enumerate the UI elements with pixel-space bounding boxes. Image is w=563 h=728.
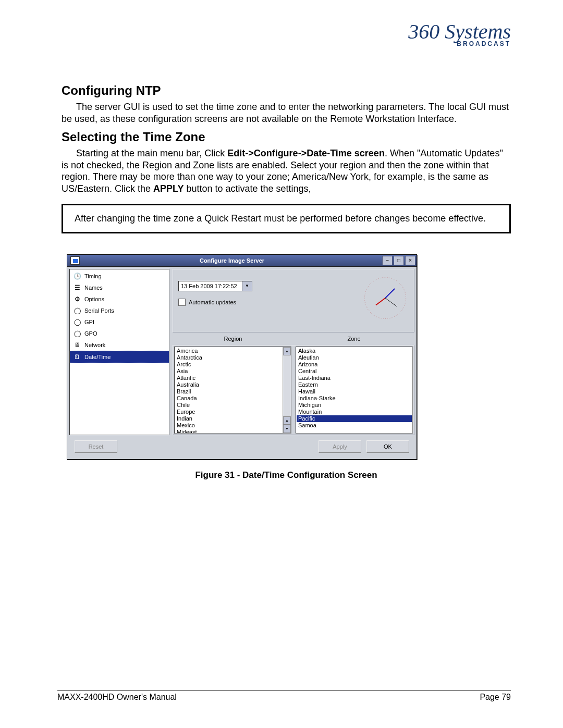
sidebar-item-serial-ports[interactable]: ◯Serial Ports xyxy=(70,305,169,316)
sidebar-item-gpo[interactable]: ◯GPO xyxy=(70,328,169,339)
footer-right: Page 79 xyxy=(480,693,511,702)
sidebar: 🕒Timing☰Names⚙Options◯Serial Ports◯GPI◯G… xyxy=(69,269,169,435)
zone-header: Zone xyxy=(293,336,414,342)
list-item[interactable]: America xyxy=(175,348,282,354)
list-item[interactable]: Brazil xyxy=(175,388,282,395)
sidebar-item-label: Options xyxy=(84,296,104,302)
svg-line-3 xyxy=(385,298,397,306)
list-item[interactable]: Alaska xyxy=(297,348,412,354)
list-item[interactable]: Australia xyxy=(175,381,282,388)
note-box: After changing the time zone a Quick Res… xyxy=(62,204,511,233)
datetime-value: 13 Feb 2009 17:22:52 xyxy=(179,283,242,289)
sidebar-item-label: Date/Time xyxy=(84,354,111,360)
zone-listbox[interactable]: AlaskaAleutianArizonaCentralEast-Indiana… xyxy=(296,347,413,434)
list-item[interactable]: Samoa xyxy=(297,422,412,429)
sidebar-item-label: GPI xyxy=(84,319,94,325)
auto-updates-checkbox[interactable] xyxy=(178,299,186,306)
titlebar[interactable]: Configure Image Server – □ × xyxy=(67,255,417,267)
list-item[interactable]: Arizona xyxy=(297,361,412,368)
sidebar-item-label: Serial Ports xyxy=(84,307,114,314)
sidebar-item-network[interactable]: 🖥Network xyxy=(70,339,169,351)
list-item[interactable]: Hawaii xyxy=(297,388,412,395)
analog-clock xyxy=(362,275,409,322)
sidebar-item-label: GPO xyxy=(84,330,97,337)
region-listbox[interactable]: AmericaAntarcticaArcticAsiaAtlanticAustr… xyxy=(174,347,291,434)
reset-button[interactable]: Reset xyxy=(75,440,117,453)
options-icon: ⚙ xyxy=(73,295,81,303)
list-item[interactable]: East-Indiana xyxy=(297,375,412,381)
list-item[interactable]: Pacific xyxy=(297,415,412,422)
list-item[interactable]: Atlantic xyxy=(175,375,282,381)
window-title: Configure Image Server xyxy=(83,257,381,264)
heading-selecting-time-zone: Selecting the Time Zone xyxy=(62,130,511,144)
maximize-button[interactable]: □ xyxy=(394,256,404,265)
list-item[interactable]: Mideast xyxy=(175,429,282,433)
names-icon: ☰ xyxy=(73,283,81,292)
close-button[interactable]: × xyxy=(405,256,415,265)
list-item[interactable]: Europe xyxy=(175,409,282,415)
paragraph-2: Starting at the main menu bar, Click Edi… xyxy=(62,147,511,194)
serial-ports-icon: ◯ xyxy=(73,306,81,315)
window-icon xyxy=(70,256,80,265)
sidebar-item-label: Network xyxy=(84,342,105,348)
list-item[interactable]: Indian xyxy=(175,415,282,422)
list-item[interactable]: Mountain xyxy=(297,409,412,415)
region-scrollbar[interactable]: ▲ ▲ ▼ xyxy=(283,347,291,433)
paragraph-1: The server GUI is used to set the time z… xyxy=(62,101,511,125)
sidebar-item-label: Timing xyxy=(84,273,102,279)
list-item[interactable]: Canada xyxy=(175,395,282,402)
datetime-field[interactable]: 13 Feb 2009 17:22:52 ▼ xyxy=(178,281,252,291)
footer-left: MAXX-2400HD Owner's Manual xyxy=(57,693,177,702)
sidebar-item-gpi[interactable]: ◯GPI xyxy=(70,316,169,328)
network-icon: 🖥 xyxy=(73,341,81,349)
datetime-panel: 13 Feb 2009 17:22:52 ▼ Automatic updates xyxy=(173,269,414,332)
sidebar-item-timing[interactable]: 🕒Timing xyxy=(70,270,169,282)
svg-line-1 xyxy=(376,298,385,305)
list-item[interactable]: Chile xyxy=(175,402,282,409)
timing-icon: 🕒 xyxy=(73,272,81,280)
list-item[interactable]: Antarctica xyxy=(175,354,282,361)
logo-text: 360 Systems xyxy=(408,23,511,40)
list-item[interactable]: Eastern xyxy=(297,381,412,388)
chevron-down-icon[interactable]: ▼ xyxy=(242,281,252,291)
heading-configuring-ntp: Configuring NTP xyxy=(62,83,511,98)
list-item[interactable]: Michigan xyxy=(297,402,412,409)
list-item[interactable]: Aleutian xyxy=(297,354,412,361)
sidebar-item-names[interactable]: ☰Names xyxy=(70,282,169,293)
page-footer: MAXX-2400HD Owner's Manual Page 79 xyxy=(57,690,511,702)
ok-button[interactable]: OK xyxy=(366,440,409,453)
configure-image-server-dialog: Configure Image Server – □ × 🕒Timing☰Nam… xyxy=(67,254,417,460)
dialog-footer: Reset Apply OK xyxy=(69,435,414,457)
list-item[interactable]: Central xyxy=(297,368,412,375)
region-header: Region xyxy=(173,336,293,342)
list-item[interactable]: Mexico xyxy=(175,422,282,429)
sidebar-item-label: Names xyxy=(84,285,103,291)
list-item[interactable]: Indiana-Starke xyxy=(297,395,412,402)
gpo-icon: ◯ xyxy=(73,329,81,338)
figure-caption: Figure 31 - Date/Time Configuration Scre… xyxy=(62,470,511,480)
gpi-icon: ◯ xyxy=(73,318,81,326)
sidebar-item-options[interactable]: ⚙Options xyxy=(70,293,169,305)
svg-line-2 xyxy=(385,289,395,298)
list-item[interactable]: Arctic xyxy=(175,361,282,368)
auto-updates-label: Automatic updates xyxy=(189,299,236,305)
minimize-button[interactable]: – xyxy=(382,256,393,265)
date-time-icon: 🗓 xyxy=(73,353,81,361)
brand-logo: 360 Systems BROADCAST xyxy=(408,23,511,47)
scroll-down-icon[interactable]: ▼ xyxy=(283,425,291,433)
scroll-up-icon[interactable]: ▲ xyxy=(283,416,291,425)
scroll-up-icon[interactable]: ▲ xyxy=(283,347,291,355)
sidebar-item-date-time[interactable]: 🗓Date/Time xyxy=(70,351,169,363)
list-item[interactable]: Asia xyxy=(175,368,282,375)
apply-button[interactable]: Apply xyxy=(319,440,361,453)
